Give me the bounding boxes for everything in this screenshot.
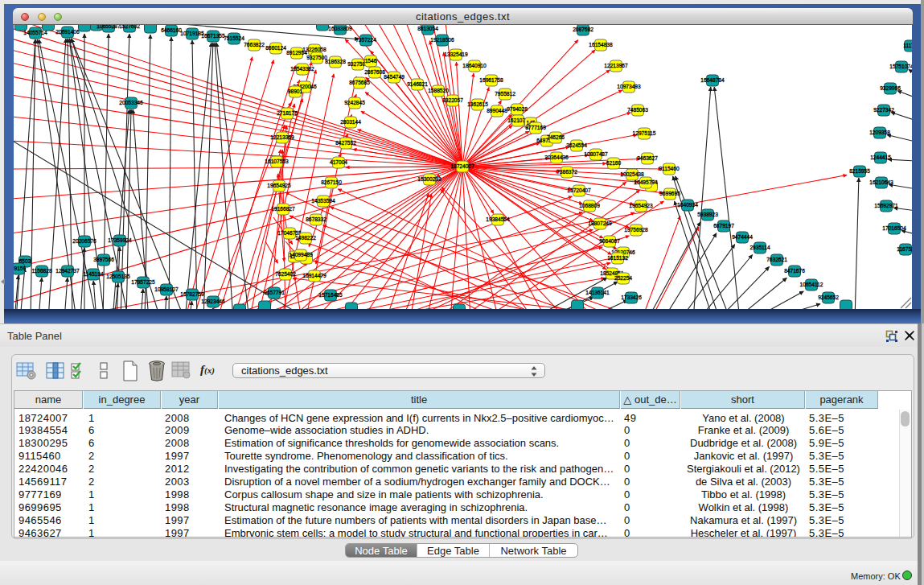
svg-text:10025438: 10025438 bbox=[620, 171, 644, 177]
svg-text:18807249: 18807249 bbox=[588, 220, 612, 226]
svg-text:20364436: 20364436 bbox=[544, 154, 569, 160]
svg-text:9657791: 9657791 bbox=[264, 290, 285, 295]
svg-text:2803144: 2803144 bbox=[340, 119, 361, 125]
svg-text:16154838: 16154838 bbox=[589, 42, 613, 47]
svg-text:12923446: 12923446 bbox=[201, 299, 225, 304]
svg-text:14099489: 14099489 bbox=[289, 252, 313, 257]
svg-text:8322057: 8322057 bbox=[442, 97, 463, 103]
svg-text:2087682: 2087682 bbox=[573, 27, 593, 32]
svg-text:7485063: 7485063 bbox=[627, 107, 648, 113]
svg-text:7515524: 7515524 bbox=[224, 35, 244, 41]
svg-text:2867608: 2867608 bbox=[364, 69, 385, 75]
svg-text:9084067: 9084067 bbox=[599, 238, 620, 244]
svg-text:15716485: 15716485 bbox=[318, 292, 343, 298]
svg-text:1527602: 1527602 bbox=[119, 25, 140, 29]
svg-text:9245652: 9245652 bbox=[818, 295, 839, 300]
svg-text:7955812: 7955812 bbox=[495, 91, 515, 97]
svg-text:20206576: 20206576 bbox=[72, 238, 97, 244]
svg-text:16961758: 16961758 bbox=[479, 77, 503, 83]
svg-text:10654112: 10654112 bbox=[800, 282, 823, 287]
svg-text:6879197: 6879197 bbox=[713, 223, 734, 229]
svg-text:8675685: 8675685 bbox=[349, 80, 370, 85]
svg-text:19654923: 19654923 bbox=[629, 203, 653, 208]
svg-text:1733426: 1733426 bbox=[621, 295, 642, 300]
svg-text:9115460: 9115460 bbox=[659, 166, 680, 171]
svg-text:746266: 746266 bbox=[547, 134, 565, 140]
svg-text:9777169: 9777169 bbox=[525, 125, 546, 130]
svg-text:12942737: 12942737 bbox=[55, 268, 80, 274]
svg-text:16671355: 16671355 bbox=[201, 33, 225, 39]
svg-text:8186328: 8186328 bbox=[325, 59, 346, 64]
svg-text:18724007: 18724007 bbox=[450, 163, 474, 169]
svg-text:12505135: 12505135 bbox=[106, 274, 130, 279]
svg-text:9329966: 9329966 bbox=[880, 85, 901, 91]
svg-text:9699695: 9699695 bbox=[659, 191, 680, 196]
svg-text:116753: 116753 bbox=[897, 246, 912, 252]
svg-text:8471676: 8471676 bbox=[784, 268, 805, 274]
svg-text:8990448: 8990448 bbox=[487, 108, 507, 113]
svg-text:8660124: 8660124 bbox=[265, 45, 286, 51]
svg-text:1498222: 1498222 bbox=[295, 235, 316, 241]
svg-text:17016504: 17016504 bbox=[882, 225, 906, 231]
svg-text:62160: 62160 bbox=[606, 160, 622, 166]
svg-text:18640910: 18640910 bbox=[462, 63, 487, 68]
svg-text:15692971: 15692971 bbox=[874, 203, 898, 208]
svg-text:39159: 39159 bbox=[14, 266, 26, 271]
svg-text:16914479: 16914479 bbox=[302, 273, 326, 278]
svg-text:1362615: 1362615 bbox=[467, 101, 488, 107]
svg-text:3397566: 3397566 bbox=[93, 257, 114, 262]
svg-text:7357224: 7357224 bbox=[355, 37, 376, 43]
svg-text:2718176: 2718176 bbox=[277, 110, 298, 116]
svg-text:1588520: 1588520 bbox=[428, 88, 449, 93]
svg-text:14136141: 14136141 bbox=[585, 290, 610, 295]
svg-text:8454749: 8454749 bbox=[384, 74, 405, 80]
svg-text:10958107: 10958107 bbox=[154, 286, 179, 292]
svg-text:8215955: 8215955 bbox=[849, 168, 870, 174]
svg-text:9463627: 9463627 bbox=[637, 155, 658, 161]
svg-text:16210643: 16210643 bbox=[869, 179, 893, 185]
svg-text:7663822: 7663822 bbox=[244, 42, 265, 47]
svg-text:20691406: 20691406 bbox=[55, 29, 80, 35]
svg-text:8427552: 8427552 bbox=[335, 140, 356, 146]
svg-text:1145194: 1145194 bbox=[83, 271, 104, 277]
svg-text:19756928: 19756928 bbox=[624, 227, 648, 233]
svg-text:5938923: 5938923 bbox=[697, 212, 718, 217]
svg-text:9227342: 9227342 bbox=[873, 107, 894, 113]
svg-text:417004: 417004 bbox=[330, 159, 347, 165]
svg-text:9146821: 9146821 bbox=[407, 81, 428, 87]
svg-text:19218506: 19218506 bbox=[430, 37, 454, 43]
svg-text:98901: 98901 bbox=[288, 89, 303, 94]
svg-text:8267150: 8267150 bbox=[321, 179, 342, 185]
svg-text:6466160: 6466160 bbox=[161, 27, 182, 33]
svg-text:19654925: 19654925 bbox=[267, 183, 291, 188]
svg-text:1068809: 1068809 bbox=[579, 203, 600, 208]
svg-text:3624554: 3624554 bbox=[566, 142, 587, 148]
svg-text:14353594: 14353594 bbox=[311, 198, 335, 204]
svg-text:10973493: 10973493 bbox=[617, 84, 641, 89]
svg-text:9242845: 9242845 bbox=[344, 100, 365, 105]
svg-text:10543382: 10543382 bbox=[290, 66, 314, 72]
svg-text:2935114: 2935114 bbox=[749, 245, 770, 250]
svg-text:9794028: 9794028 bbox=[507, 106, 528, 112]
svg-text:16033809: 16033809 bbox=[328, 26, 352, 31]
svg-text:8813054: 8813054 bbox=[417, 26, 438, 31]
svg-text:13325419: 13325419 bbox=[444, 51, 468, 57]
svg-text:16782759: 16782759 bbox=[180, 291, 204, 297]
svg-text:10807487: 10807487 bbox=[584, 151, 608, 157]
svg-text:1244415: 1244415 bbox=[870, 154, 891, 160]
svg-text:17359924: 17359924 bbox=[108, 237, 132, 243]
svg-text:9474444: 9474444 bbox=[732, 234, 753, 240]
svg-text:252254: 252254 bbox=[614, 275, 632, 281]
svg-text:15751074: 15751074 bbox=[889, 64, 912, 69]
svg-text:13226058: 13226058 bbox=[302, 47, 326, 52]
svg-text:8678332: 8678332 bbox=[306, 216, 326, 222]
svg-text:14055714: 14055714 bbox=[23, 30, 47, 35]
svg-text:10655287: 10655287 bbox=[97, 25, 121, 29]
svg-text:19166827: 19166827 bbox=[271, 206, 295, 212]
svg-text:16648784: 16648784 bbox=[700, 77, 725, 83]
svg-text:1640934: 1640934 bbox=[677, 202, 698, 208]
svg-text:11172: 11172 bbox=[903, 43, 912, 48]
svg-text:12213967: 12213967 bbox=[604, 63, 628, 68]
svg-text:7632621: 7632621 bbox=[766, 257, 787, 262]
svg-text:20053346: 20053346 bbox=[119, 100, 143, 105]
